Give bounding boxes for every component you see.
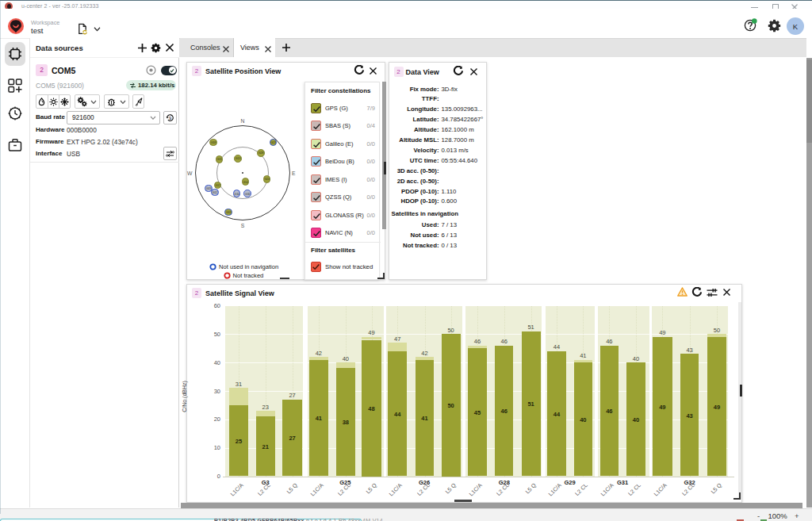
svg-text:9: 9 — [169, 115, 171, 120]
